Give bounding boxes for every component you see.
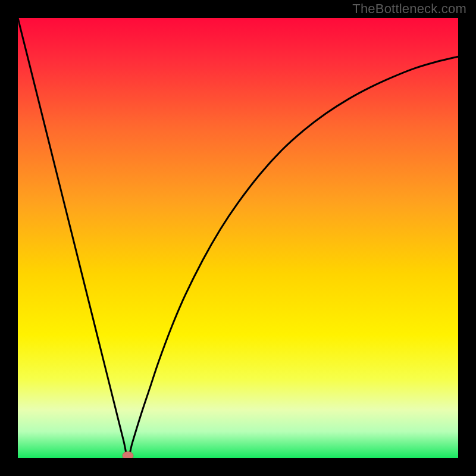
plot-area: [18, 18, 458, 458]
watermark-text: TheBottleneck.com: [352, 1, 466, 17]
gradient-background: [18, 18, 458, 458]
chart-frame: TheBottleneck.com: [0, 0, 476, 476]
chart-svg: [18, 18, 458, 458]
minimum-marker: [123, 452, 133, 458]
